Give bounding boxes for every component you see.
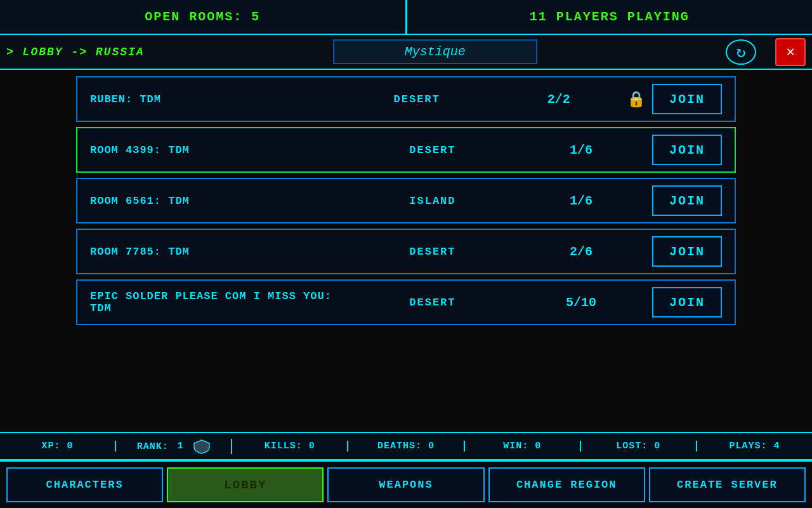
stat-kills: KILLS: 0 <box>232 441 348 451</box>
join-button[interactable]: JOIN <box>652 135 722 165</box>
top-bar: OPEN ROOMS: 5 11 PLAYERS PLAYING <box>0 0 812 35</box>
close-icon: ✕ <box>786 43 794 60</box>
weapons-button[interactable]: WEAPONS <box>327 467 484 502</box>
room-players: 2/2 <box>497 92 620 107</box>
join-button[interactable]: JOIN <box>652 185 722 216</box>
stat-lost: LOST: 0 <box>581 441 697 451</box>
room-name: EPIC SOLDER PLEASE COM I MISS YOU: TDM <box>90 290 349 314</box>
room-row: ROOM 7785: TDMDESERT2/6JOIN <box>76 229 736 274</box>
room-name: ROOM 4399: TDM <box>90 144 349 156</box>
room-row: EPIC SOLDER PLEASE COM I MISS YOU: TDMDE… <box>76 279 736 325</box>
join-button[interactable]: JOIN <box>652 84 722 114</box>
room-map: DESERT <box>355 144 511 156</box>
room-row: ROOM 4399: TDMDESERT1/6JOIN <box>76 127 736 173</box>
bottom-nav: CHARACTERS LOBBY WEAPONS CHANGE REGION C… <box>0 460 812 508</box>
stats-bar: XP: 0 RANK: 1 KILLS: 0 DEATHS: 0 WIN: 0 … <box>0 432 812 460</box>
open-rooms-label: OPEN ROOMS: 5 <box>0 10 405 24</box>
stat-rank: RANK: 1 <box>116 439 232 454</box>
change-region-button[interactable]: CHANGE REGION <box>488 467 645 502</box>
room-map: DESERT <box>355 297 511 309</box>
rank-icon <box>193 439 211 454</box>
refresh-button[interactable]: ↻ <box>726 39 756 65</box>
lock-icon: 🔒 <box>627 90 646 109</box>
create-server-button[interactable]: CREATE SERVER <box>649 467 806 502</box>
breadcrumb: > LOBBY -> RUSSIA <box>6 46 145 58</box>
lobby-button[interactable]: LOBBY <box>167 467 324 502</box>
username-display: Mystique <box>333 39 537 64</box>
room-name: ROOM 7785: TDM <box>90 246 349 258</box>
room-row: RUBEN: TDMDESERT2/2🔒JOIN <box>76 76 736 122</box>
room-map: ISLAND <box>355 195 511 207</box>
room-players: 1/6 <box>516 143 646 157</box>
nav-bar: > LOBBY -> RUSSIA Mystique ↻ ✕ <box>0 35 812 70</box>
close-button[interactable]: ✕ <box>775 38 806 66</box>
room-row: ROOM 6561: TDMISLAND1/6JOIN <box>76 178 736 224</box>
stat-plays: PLAYS: 4 <box>697 441 812 451</box>
room-map: DESERT <box>355 246 511 258</box>
stat-deaths: DEATHS: 0 <box>348 441 464 451</box>
refresh-icon: ↻ <box>736 42 746 62</box>
room-players: 5/10 <box>516 295 646 310</box>
room-name: ROOM 6561: TDM <box>90 195 349 207</box>
room-map: DESERT <box>343 93 491 105</box>
room-list: RUBEN: TDMDESERT2/2🔒JOINROOM 4399: TDMDE… <box>0 70 812 337</box>
players-playing-label: 11 PLAYERS PLAYING <box>407 10 813 24</box>
join-button[interactable]: JOIN <box>652 236 722 267</box>
room-name: RUBEN: TDM <box>90 93 337 105</box>
room-players: 2/6 <box>516 244 646 259</box>
stat-win: WIN: 0 <box>465 441 581 451</box>
stat-xp: XP: 0 <box>0 441 116 451</box>
join-button[interactable]: JOIN <box>652 287 722 318</box>
room-players: 1/6 <box>516 194 646 208</box>
characters-button[interactable]: CHARACTERS <box>6 467 163 502</box>
